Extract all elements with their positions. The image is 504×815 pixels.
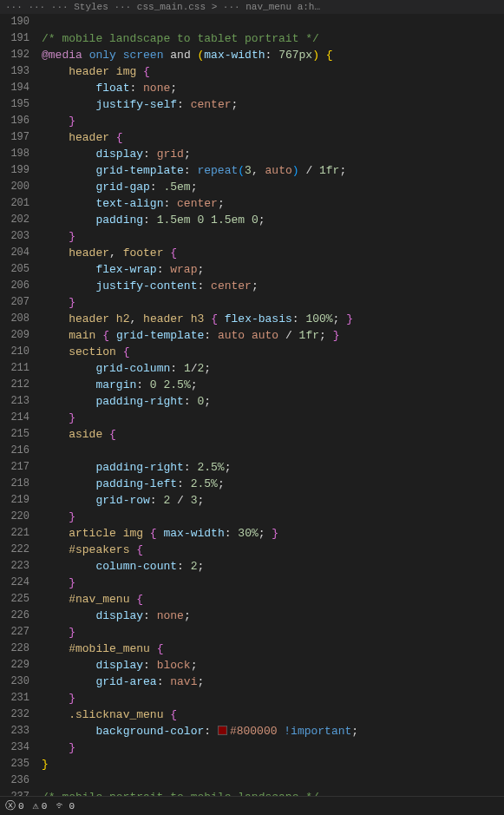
code-content[interactable]: aside { xyxy=(42,426,504,443)
code-line[interactable]: 213 padding-right: 0; xyxy=(0,393,504,410)
code-content[interactable]: background-color: #800000 !important; xyxy=(42,723,504,739)
code-content[interactable]: } xyxy=(42,509,504,525)
code-content[interactable] xyxy=(42,14,504,30)
status-bar[interactable]: ⓧ0 ⚠0 ᯤ0 xyxy=(0,796,504,815)
code-content[interactable]: } xyxy=(42,410,504,426)
code-line[interactable]: 223 column-count: 2; xyxy=(0,558,504,575)
code-line[interactable]: 232 .slicknav_menu { xyxy=(0,707,504,723)
code-content[interactable]: section { xyxy=(42,344,504,360)
code-content[interactable] xyxy=(42,443,504,459)
code-content[interactable]: justify-content: center; xyxy=(42,278,504,294)
code-content[interactable]: #mobile_menu { xyxy=(42,641,504,657)
code-line[interactable]: 193 header img { xyxy=(0,63,504,80)
code-line[interactable]: 236 xyxy=(0,772,504,789)
code-line[interactable]: 231 } xyxy=(0,690,504,707)
code-line[interactable]: 204 header, footer { xyxy=(0,245,504,261)
code-content[interactable]: padding-right: 0; xyxy=(42,393,504,410)
code-content[interactable]: } xyxy=(42,690,504,707)
code-content[interactable]: #speakers { xyxy=(42,542,504,558)
code-line[interactable]: 198 display: grid; xyxy=(0,146,504,162)
code-line[interactable]: 214 } xyxy=(0,410,504,426)
code-line[interactable]: 190 xyxy=(0,14,504,30)
code-content[interactable]: /* mobile landscape to tablet portrait *… xyxy=(42,30,504,47)
code-line[interactable]: 203 } xyxy=(0,228,504,245)
code-content[interactable]: display: none; xyxy=(42,608,504,624)
code-line[interactable]: 197 header { xyxy=(0,129,504,146)
code-line[interactable]: 192@media only screen and (max-width: 76… xyxy=(0,47,504,63)
code-content[interactable]: header h2, header h3 { flex-basis: 100%;… xyxy=(42,311,504,327)
code-line[interactable]: 200 grid-gap: .5em; xyxy=(0,179,504,195)
code-line[interactable]: 217 padding-right: 2.5%; xyxy=(0,459,504,476)
code-editor[interactable]: 190191/* mobile landscape to tablet port… xyxy=(0,14,504,796)
code-line[interactable]: 228 #mobile_menu { xyxy=(0,641,504,657)
code-content[interactable]: grid-gap: .5em; xyxy=(42,179,504,195)
code-content[interactable]: flex-wrap: wrap; xyxy=(42,261,504,278)
code-line[interactable]: 209 main { grid-template: auto auto / 1f… xyxy=(0,327,504,344)
code-content[interactable]: padding-right: 2.5%; xyxy=(42,459,504,476)
code-line[interactable]: 234 } xyxy=(0,739,504,756)
code-line[interactable]: 210 section { xyxy=(0,344,504,360)
code-line[interactable]: 206 justify-content: center; xyxy=(0,278,504,294)
code-content[interactable]: header { xyxy=(42,129,504,146)
code-line[interactable]: 224 } xyxy=(0,575,504,591)
code-line[interactable]: 215 aside { xyxy=(0,426,504,443)
code-line[interactable]: 195 justify-self: center; xyxy=(0,96,504,113)
code-content[interactable]: grid-column: 1/2; xyxy=(42,360,504,377)
tab-bar[interactable]: ··· ··· ··· Styles ··· css_main.css > ··… xyxy=(0,0,504,14)
code-content[interactable]: .slicknav_menu { xyxy=(42,707,504,723)
code-content[interactable]: padding-left: 2.5%; xyxy=(42,476,504,492)
code-content[interactable]: main { grid-template: auto auto / 1fr; } xyxy=(42,327,504,344)
code-content[interactable]: display: grid; xyxy=(42,146,504,162)
code-line[interactable]: 229 display: block; xyxy=(0,657,504,674)
code-line[interactable]: 211 grid-column: 1/2; xyxy=(0,360,504,377)
code-line[interactable]: 235} xyxy=(0,756,504,772)
code-content[interactable]: } xyxy=(42,756,504,772)
code-content[interactable]: header, footer { xyxy=(42,245,504,261)
code-line[interactable]: 202 padding: 1.5em 0 1.5em 0; xyxy=(0,212,504,228)
code-content[interactable]: display: block; xyxy=(42,657,504,674)
code-content[interactable]: grid-area: navi; xyxy=(42,674,504,690)
status-errors[interactable]: ⓧ0 xyxy=(5,799,24,813)
code-line[interactable]: 219 grid-row: 2 / 3; xyxy=(0,492,504,509)
code-content[interactable]: column-count: 2; xyxy=(42,558,504,575)
code-line[interactable]: 216 xyxy=(0,443,504,459)
code-line[interactable]: 221 article img { max-width: 30%; } xyxy=(0,525,504,542)
code-line[interactable]: 205 flex-wrap: wrap; xyxy=(0,261,504,278)
code-content[interactable]: #nav_menu { xyxy=(42,591,504,608)
code-line[interactable]: 194 float: none; xyxy=(0,80,504,96)
code-line[interactable]: 201 text-align: center; xyxy=(0,195,504,212)
code-content[interactable]: article img { max-width: 30%; } xyxy=(42,525,504,542)
code-content[interactable] xyxy=(42,772,504,789)
status-warnings[interactable]: ⚠0 xyxy=(33,799,48,812)
code-content[interactable]: padding: 1.5em 0 1.5em 0; xyxy=(42,212,504,228)
code-line[interactable]: 222 #speakers { xyxy=(0,542,504,558)
code-content[interactable]: grid-row: 2 / 3; xyxy=(42,492,504,509)
code-line[interactable]: 233 background-color: #800000 !important… xyxy=(0,723,504,739)
code-content[interactable]: header img { xyxy=(42,63,504,80)
code-content[interactable]: } xyxy=(42,228,504,245)
code-content[interactable]: } xyxy=(42,113,504,129)
code-content[interactable]: margin: 0 2.5%; xyxy=(42,377,504,393)
code-content[interactable]: } xyxy=(42,624,504,641)
code-content[interactable]: } xyxy=(42,739,504,756)
code-line[interactable]: 227 } xyxy=(0,624,504,641)
code-line[interactable]: 199 grid-template: repeat(3, auto) / 1fr… xyxy=(0,162,504,179)
code-content[interactable]: text-align: center; xyxy=(42,195,504,212)
code-line[interactable]: 220 } xyxy=(0,509,504,525)
code-content[interactable]: } xyxy=(42,575,504,591)
code-content[interactable]: grid-template: repeat(3, auto) / 1fr; xyxy=(42,162,504,179)
code-content[interactable]: /* mobile portrait to mobile landscape *… xyxy=(42,789,504,796)
breadcrumb[interactable]: ··· ··· ··· Styles ··· css_main.css > ··… xyxy=(5,2,320,12)
code-line[interactable]: 225 #nav_menu { xyxy=(0,591,504,608)
code-line[interactable]: 226 display: none; xyxy=(0,608,504,624)
code-line[interactable]: 212 margin: 0 2.5%; xyxy=(0,377,504,393)
code-line[interactable]: 218 padding-left: 2.5%; xyxy=(0,476,504,492)
code-line[interactable]: 191/* mobile landscape to tablet portrai… xyxy=(0,30,504,47)
code-content[interactable]: float: none; xyxy=(42,80,504,96)
code-content[interactable]: } xyxy=(42,294,504,311)
code-content[interactable]: @media only screen and (max-width: 767px… xyxy=(42,47,504,63)
code-content[interactable]: justify-self: center; xyxy=(42,96,504,113)
code-line[interactable]: 196 } xyxy=(0,113,504,129)
code-line[interactable]: 207 } xyxy=(0,294,504,311)
code-line[interactable]: 237/* mobile portrait to mobile landscap… xyxy=(0,789,504,796)
